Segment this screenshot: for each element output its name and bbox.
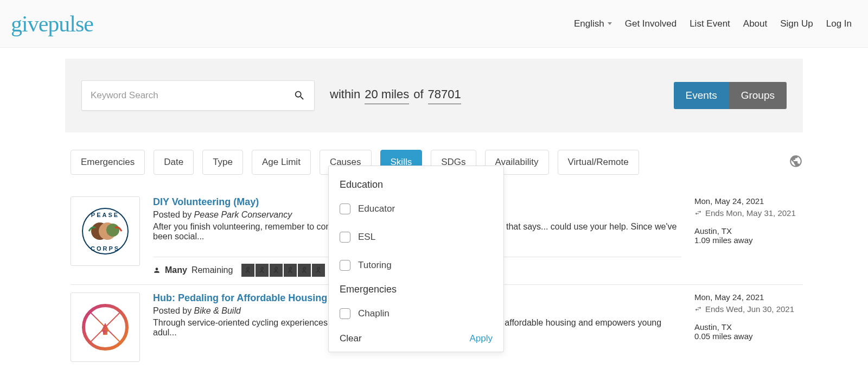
toggle-groups[interactable]: Groups	[729, 82, 787, 109]
logo[interactable]: givepulse	[11, 11, 93, 37]
dd-option-esl[interactable]: ESL	[340, 226, 493, 255]
map-toggle[interactable]	[789, 154, 803, 170]
svg-line-8	[105, 312, 120, 327]
many-label: Many	[165, 265, 187, 275]
listing-date: Mon, May 24, 2021	[694, 196, 803, 206]
ribbon-icon: 🎗	[298, 264, 311, 277]
nav-list-event[interactable]: List Event	[690, 18, 730, 29]
dd-option-educator[interactable]: Educator	[340, 198, 493, 226]
poster-name[interactable]: Bike & Build	[194, 306, 241, 315]
svg-text:CORPS: CORPS	[91, 245, 120, 252]
listing-ends: Ends Mon, May 31, 2021	[694, 208, 803, 219]
listing-distance: 0.05 miles away	[694, 332, 803, 341]
dd-option-chaplin[interactable]: Chaplin	[340, 303, 493, 331]
checkbox-icon[interactable]	[340, 260, 350, 271]
dd-footer: Clear Apply	[340, 331, 493, 344]
of-label: of	[413, 87, 423, 101]
caret-down-icon	[608, 22, 612, 25]
posted-label: Posted by	[153, 306, 194, 315]
filter-type[interactable]: Type	[202, 150, 243, 175]
dd-option-label: Tutoring	[358, 260, 392, 271]
ribbon-icon: 🎗	[241, 264, 254, 277]
ribbon-icon: 🎗	[284, 264, 297, 277]
bike-wheel-icon	[78, 300, 132, 354]
listing-distance: 1.09 miles away	[694, 236, 803, 245]
posted-label: Posted by	[153, 210, 194, 219]
listing-thumbnail[interactable]: PEASE CORPS	[71, 196, 140, 266]
view-toggle: Events Groups	[674, 82, 787, 109]
language-select[interactable]: English	[574, 18, 612, 29]
ends-text: Ends Mon, May 31, 2021	[705, 208, 796, 219]
person-icon	[153, 266, 161, 274]
header: givepulse English Get Involved List Even…	[0, 0, 868, 48]
dd-clear-button[interactable]: Clear	[340, 333, 362, 344]
nav-log-in[interactable]: Log In	[826, 18, 852, 29]
dd-option-label: Educator	[358, 203, 395, 214]
nav-get-involved[interactable]: Get Involved	[625, 18, 676, 29]
dd-option-tutoring[interactable]: Tutoring	[340, 255, 493, 283]
search-icon[interactable]	[293, 90, 305, 101]
toggle-events[interactable]: Events	[674, 82, 729, 109]
dd-option-label: Chaplin	[358, 308, 390, 319]
checkbox-icon[interactable]	[340, 308, 350, 319]
listing-thumbnail[interactable]	[71, 292, 140, 362]
listing-city: Austin, TX	[694, 226, 803, 236]
search-box[interactable]	[81, 80, 315, 111]
svg-line-14	[90, 312, 105, 327]
listing-date: Mon, May 24, 2021	[694, 292, 803, 302]
checkbox-icon[interactable]	[340, 203, 350, 214]
dd-apply-button[interactable]: Apply	[469, 333, 493, 344]
search-area: within 20 miles of 78701 Events Groups	[65, 59, 803, 132]
cause-ribbons: 🎗 🎗 🎗 🎗 🎗 🎗 +3	[241, 264, 337, 277]
listing-side: Mon, May 24, 2021 Ends Mon, May 31, 2021…	[694, 196, 803, 277]
dd-section-emergencies: Emergencies	[340, 284, 493, 295]
filter-virtual[interactable]: Virtual/Remote	[558, 150, 639, 175]
svg-text:PEASE: PEASE	[91, 212, 119, 218]
search-location-text: within 20 miles of 78701	[330, 87, 461, 104]
listing-ends: Ends Wed, Jun 30, 2021	[694, 304, 803, 315]
swap-icon	[694, 305, 702, 313]
checkbox-icon[interactable]	[340, 232, 350, 243]
zip-value[interactable]: 78701	[428, 87, 461, 104]
nav-about[interactable]: About	[743, 18, 767, 29]
search-input[interactable]	[91, 90, 293, 101]
swap-icon	[694, 209, 702, 217]
globe-icon	[789, 154, 803, 168]
nav-sign-up[interactable]: Sign Up	[780, 18, 813, 29]
ends-text: Ends Wed, Jun 30, 2021	[705, 304, 794, 315]
within-label: within	[330, 87, 360, 101]
svg-rect-15	[103, 330, 107, 335]
top-nav: English Get Involved List Event About Si…	[574, 18, 852, 29]
filter-emergencies[interactable]: Emergencies	[71, 150, 145, 175]
skills-dropdown: Education Educator ESL Tutoring Emergenc…	[328, 166, 504, 352]
listing-side: Mon, May 24, 2021 Ends Wed, Jun 30, 2021…	[694, 292, 803, 362]
remaining-label: Remaining	[192, 265, 233, 275]
language-label: English	[574, 18, 604, 29]
filter-age-limit[interactable]: Age Limit	[252, 150, 311, 175]
svg-point-4	[106, 224, 119, 237]
dd-option-label: ESL	[358, 232, 375, 243]
ribbon-icon: 🎗	[256, 264, 269, 277]
distance-value[interactable]: 20 miles	[365, 87, 409, 104]
ribbon-icon: 🎗	[270, 264, 283, 277]
pease-corps-icon: PEASE CORPS	[78, 204, 132, 258]
listing-city: Austin, TX	[694, 322, 803, 332]
poster-name[interactable]: Pease Park Conservancy	[194, 210, 292, 219]
filter-date[interactable]: Date	[154, 150, 194, 175]
dd-section-education: Education	[340, 179, 493, 190]
ribbon-icon: 🎗	[312, 264, 325, 277]
